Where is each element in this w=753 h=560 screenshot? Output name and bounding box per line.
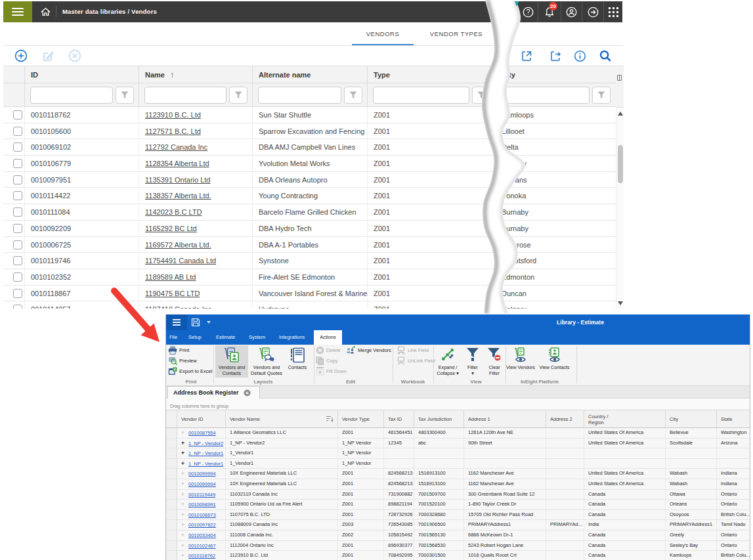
export-to-excel-button[interactable]: Export to Excel	[168, 366, 212, 376]
add-button[interactable]	[13, 48, 29, 64]
table-row[interactable]: 00101056001127571 B.C. LtdSparrow Excava…	[3, 123, 624, 140]
vendor-id-link[interactable]: 0010119449	[188, 492, 215, 498]
cell-name-link[interactable]: 1135391 Ontario Ltd	[139, 172, 253, 188]
layout-vendors-and-contacts-button[interactable]: Vendors and Contacts	[215, 345, 248, 377]
menu-system[interactable]: System	[249, 330, 265, 345]
tab-vendor-types[interactable]: VENDOR TYPES	[417, 22, 496, 45]
table-row[interactable]: 00101188671190475 BC LTDVancouver Island…	[3, 286, 624, 302]
grid-column-header-vendor-id[interactable]: Vendor ID	[177, 410, 226, 427]
unlink-field-button[interactable]: UnLink Field	[397, 356, 435, 366]
vendor-id-link[interactable]: 0010106673	[188, 512, 216, 518]
cell-name-link[interactable]: 11754491 Canada Ltd	[139, 253, 253, 269]
filter-funnel-button[interactable]	[592, 87, 611, 104]
filter-funnel-button[interactable]	[472, 87, 490, 104]
view-contacts-button[interactable]: View Contacts	[539, 345, 570, 377]
grid-row[interactable]: +1_NP - Vendor11_Vendor11_NP Vendor	[166, 448, 750, 459]
expand-row-icon[interactable]: +	[177, 459, 188, 469]
cell-name-link[interactable]: 1190475 BC LTD	[139, 286, 253, 301]
table-row[interactable]: 00101067791128354 Alberta LtdYvolution M…	[3, 156, 624, 172]
vertical-scrollbar[interactable]	[616, 108, 624, 309]
vendor-id-link[interactable]: 1_NP - Vendor2	[188, 441, 223, 446]
filter-input[interactable]	[144, 87, 226, 104]
vendor-id-link[interactable]: 0010099994	[188, 481, 216, 487]
expand-collapse-button[interactable]: Expand / Collapse ▾	[435, 345, 460, 377]
grid-row[interactable]: +0010033404111008 Canada inc.Z0021058154…	[166, 530, 750, 541]
export-file-button[interactable]	[519, 48, 534, 64]
expand-row-icon[interactable]: +	[177, 490, 188, 500]
table-row[interactable]: 00101023521189589 AB LtdFire-Alert SE Ed…	[3, 269, 624, 286]
column-header-id[interactable]: ID	[25, 66, 139, 83]
help-button[interactable]: ?	[518, 1, 538, 22]
vendor-id-link[interactable]: 0010098991	[188, 502, 216, 507]
home-icon[interactable]	[40, 7, 51, 17]
grid-column-header-address-1[interactable]: Address 1	[464, 410, 546, 427]
table-row[interactable]: 00101144221138357 Alberta Ltd.Young Cont…	[3, 188, 624, 204]
menu-file[interactable]: File	[169, 330, 177, 345]
grid-column-header-tax-jurisdiction[interactable]: Tax Jurisdiction	[414, 410, 464, 427]
expand-row-icon[interactable]: +	[177, 479, 188, 489]
row-checkbox[interactable]	[13, 289, 22, 298]
expand-row-icon[interactable]: +	[177, 439, 188, 448]
table-row[interactable]: 0010069102112792 Canada IncDBA AMJ Campb…	[3, 139, 624, 156]
table-row[interactable]: 00101110841142023 B.C LTDBarcelo Flame G…	[3, 204, 624, 221]
grid-row[interactable]: +1_NP - Vendor11_Vendor11_NP Vendor	[166, 459, 750, 469]
cell-name-link[interactable]: 1197410 Canada Inc	[139, 301, 253, 309]
tab-vendors[interactable]: VENDORS	[352, 22, 414, 45]
row-checkbox[interactable]	[13, 142, 22, 152]
grid-row[interactable]: +1_NP - Vendor21_NP - Vendor21_NP Vendor…	[166, 439, 750, 449]
info-button[interactable]	[572, 48, 588, 64]
grid-column-header-country-region[interactable]: Country / Region	[584, 410, 666, 427]
estimate-menu-button[interactable]	[166, 314, 187, 330]
row-checkbox[interactable]	[13, 110, 22, 119]
cell-name-link[interactable]: 1165292 BC Ltd	[139, 221, 253, 236]
expand-row-icon[interactable]: +	[177, 551, 188, 560]
row-checkbox[interactable]	[13, 305, 22, 309]
grid-column-header-state[interactable]: State	[717, 410, 750, 427]
menu-setup[interactable]: Setup	[188, 330, 202, 345]
preview-button[interactable]: Preview	[168, 356, 197, 366]
row-checkbox[interactable]	[13, 175, 22, 184]
table-row[interactable]: 001011974611754491 Canada LtdSynstoneZ00…	[3, 253, 624, 269]
table-row[interactable]: 00100067251169572 Alberta Ltd.DBA A-1 Po…	[3, 237, 624, 253]
column-header-type[interactable]: Type	[368, 66, 496, 83]
vendor-id-link[interactable]: 0010102467	[188, 543, 216, 549]
cell-name-link[interactable]: 1142023 B.C LTD	[139, 204, 253, 220]
grid-column-header-vendor-name[interactable]: Vendor Name	[226, 410, 338, 427]
grid-row[interactable]: +001009782211088009 Canada IncZ003726543…	[166, 520, 750, 530]
expand-row-icon[interactable]: +	[177, 448, 188, 458]
grid-row[interactable]: +001011944911032119 Canada IncZ001731900…	[166, 490, 750, 500]
menu-integrations[interactable]: Integrations	[279, 330, 305, 345]
expand-row-icon[interactable]: +	[177, 530, 188, 540]
filter-input[interactable]	[373, 87, 469, 104]
apps-button[interactable]	[604, 1, 622, 22]
filter-funnel-button[interactable]	[344, 87, 362, 104]
grid-row[interactable]: +00100875541 Alliance Geomatics LLCZ0014…	[166, 428, 750, 439]
table-row[interactable]: 00101140571197410 Canada IncHydrovacZ001…	[3, 301, 624, 309]
grid-row[interactable]: +00101187621123910 B.C. LtdZ001708492095…	[166, 551, 750, 560]
column-header-alternate-name[interactable]: Alternate name	[253, 66, 368, 83]
cell-name-link[interactable]: 1169572 Alberta Ltd.	[139, 237, 253, 253]
delete-button[interactable]	[67, 48, 83, 64]
save-icon[interactable]	[191, 318, 200, 327]
filter-funnel-button[interactable]	[116, 87, 134, 104]
row-checkbox[interactable]	[13, 224, 22, 233]
row-checkbox[interactable]	[13, 240, 22, 249]
vendor-id-link[interactable]: 1_NP - Vendor1	[188, 461, 223, 467]
grid-column-header-tax-id[interactable]: Tax ID	[384, 410, 414, 427]
cell-name-link[interactable]: 1138357 Alberta Ltd.	[139, 188, 253, 204]
merge-vendors-button[interactable]: Merge Vendors	[346, 345, 391, 355]
grid-column-header-city[interactable]: City	[666, 410, 717, 427]
filter-input[interactable]	[501, 87, 590, 104]
link-field-button[interactable]: Link Field	[397, 345, 429, 355]
vendor-id-link[interactable]: 1_NP - Vendor1	[188, 450, 223, 456]
scrollbar-thumb[interactable]	[618, 145, 623, 183]
clear-filter-button[interactable]: Clear Filter	[484, 345, 505, 377]
column-header-city[interactable]: City	[496, 66, 616, 83]
row-checkbox[interactable]	[13, 191, 22, 200]
grid-row[interactable]: +001009999410X Engineered Materials LLCZ…	[166, 479, 750, 490]
scroll-up-arrow[interactable]	[618, 112, 623, 116]
cell-name-link[interactable]: 1123910 B.C. Ltd	[139, 107, 253, 123]
view-vendors-button[interactable]: View Vendors	[506, 345, 535, 377]
column-header-name[interactable]: Name↑	[139, 66, 253, 83]
row-checkbox[interactable]	[13, 207, 22, 217]
